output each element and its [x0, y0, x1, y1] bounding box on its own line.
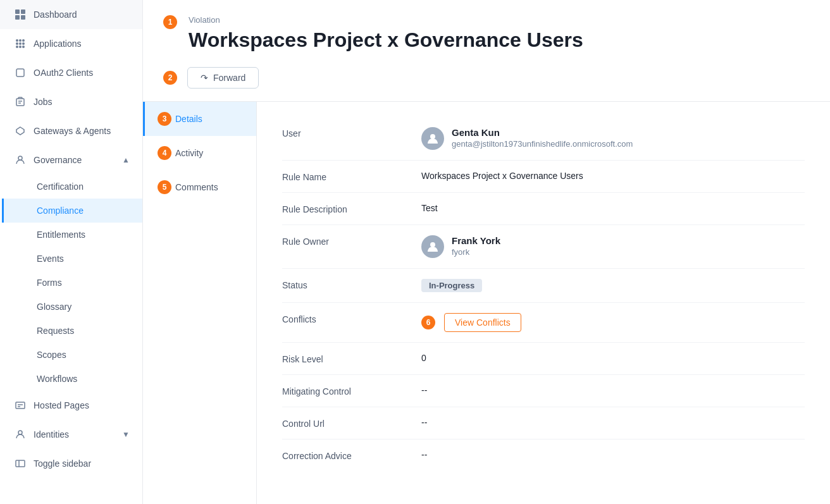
forward-button[interactable]: ↷ Forward	[187, 67, 259, 89]
sidebar-sub-requests[interactable]: Requests	[2, 319, 142, 343]
svg-point-25	[430, 242, 435, 247]
step6-badge: 6	[421, 316, 435, 329]
rule-owner-value: Frank York fyork	[421, 235, 805, 258]
events-label: Events	[37, 254, 64, 264]
tabs-sidebar: 3 Details 4 Activity 5 Comments	[143, 102, 257, 504]
entitlements-label: Entitlements	[37, 230, 85, 240]
sidebar-sub-certification[interactable]: Certification	[2, 175, 142, 199]
sidebar-item-label: Identities	[34, 429, 69, 439]
sidebar: Dashboard Applications OAuth2 Clients Jo…	[0, 0, 143, 504]
toggle-icon	[15, 458, 26, 469]
sidebar-item-label: Jobs	[34, 97, 53, 107]
svg-point-6	[22, 39, 25, 42]
sidebar-sub-forms[interactable]: Forms	[2, 271, 142, 295]
svg-point-17	[18, 156, 22, 160]
sidebar-item-hosted[interactable]: Hosted Pages	[0, 391, 142, 420]
jobs-icon	[15, 96, 26, 108]
status-row: Status In-Progress	[282, 269, 805, 303]
svg-point-9	[22, 42, 25, 45]
user-avatar	[421, 127, 444, 150]
svg-rect-2	[15, 15, 20, 20]
tab-activity[interactable]: 4 Activity	[143, 136, 256, 170]
sidebar-item-gateways[interactable]: Gateways & Agents	[0, 116, 142, 145]
step4-badge: 4	[158, 146, 171, 160]
sidebar-item-toggle[interactable]: Toggle sidebar	[0, 449, 142, 478]
rule-name-value: Workspaces Project x Governance Users	[421, 171, 805, 181]
sidebar-item-dashboard[interactable]: Dashboard	[0, 0, 142, 29]
sidebar-item-oauth2clients[interactable]: OAuth2 Clients	[0, 58, 142, 87]
sidebar-item-label: Toggle sidebar	[34, 458, 91, 469]
governance-label: Governance	[34, 155, 82, 165]
rule-name-label: Rule Name	[282, 171, 421, 182]
svg-rect-18	[16, 402, 25, 409]
svg-rect-22	[16, 460, 25, 467]
owner-info: Frank York fyork	[421, 235, 805, 258]
step2-badge: 2	[163, 71, 177, 85]
tabs-content-wrapper: 3 Details 4 Activity 5 Comments User	[143, 102, 830, 504]
rule-owner-label: Rule Owner	[282, 235, 421, 247]
user-email: genta@jstilton1973unfinishedlife.onmicro…	[452, 139, 633, 149]
conflicts-row: Conflicts 6 View Conflicts	[282, 303, 805, 343]
status-value: In-Progress	[421, 279, 805, 292]
page-title: Workspaces Project x Governance Users	[189, 28, 583, 52]
sidebar-sub-entitlements[interactable]: Entitlements	[2, 223, 142, 247]
tab-activity-label: Activity	[175, 148, 203, 158]
sidebar-sub-glossary[interactable]: Glossary	[2, 295, 142, 319]
risk-level-row: Risk Level 0	[282, 343, 805, 375]
sidebar-item-applications[interactable]: Applications	[0, 29, 142, 58]
sidebar-sub-events[interactable]: Events	[2, 247, 142, 271]
scopes-label: Scopes	[37, 350, 66, 360]
gateways-icon	[15, 125, 26, 137]
detail-content: User Genta Kun genta@jstilton1973unfinis…	[257, 102, 830, 504]
dashboard-icon	[15, 9, 26, 20]
svg-rect-14	[16, 99, 24, 106]
forward-btn-label: Forward	[213, 73, 245, 83]
forms-label: Forms	[37, 278, 62, 288]
requests-label: Requests	[37, 326, 74, 336]
sidebar-sub-scopes[interactable]: Scopes	[2, 343, 142, 367]
violation-label: Violation	[189, 15, 583, 25]
rule-owner-row: Rule Owner Frank York fyork	[282, 225, 805, 269]
user-label: User	[282, 127, 421, 138]
svg-point-21	[18, 431, 22, 434]
svg-point-12	[22, 46, 25, 48]
mitigating-row: Mitigating Control --	[282, 375, 805, 407]
svg-rect-0	[15, 9, 20, 14]
page-header: 1 Violation Workspaces Project x Governa…	[143, 0, 830, 102]
correction-label: Correction Advice	[282, 450, 421, 461]
svg-point-8	[19, 42, 22, 45]
svg-point-4	[16, 39, 18, 42]
tab-comments[interactable]: 5 Comments	[143, 170, 256, 204]
conflicts-label: Conflicts	[282, 313, 421, 324]
chevron-up-icon: ▲	[122, 156, 130, 164]
applications-icon	[15, 38, 26, 49]
svg-rect-1	[21, 9, 25, 14]
user-row: User Genta Kun genta@jstilton1973unfinis…	[282, 117, 805, 161]
sidebar-sub-workflows[interactable]: Workflows	[2, 367, 142, 391]
svg-rect-3	[21, 15, 25, 20]
main-content: 1 Violation Workspaces Project x Governa…	[143, 0, 830, 504]
control-url-row: Control Url --	[282, 407, 805, 439]
status-badge: In-Progress	[421, 279, 482, 292]
view-conflicts-label: View Conflicts	[455, 317, 511, 328]
user-info: Genta Kun genta@jstilton1973unfinishedli…	[421, 127, 805, 150]
sidebar-item-jobs[interactable]: Jobs	[0, 87, 142, 116]
view-conflicts-button[interactable]: View Conflicts	[444, 313, 521, 332]
sidebar-item-label: Hosted Pages	[34, 400, 89, 410]
compliance-label: Compliance	[37, 206, 84, 216]
owner-username: fyork	[452, 247, 500, 257]
oauth2-icon	[15, 67, 26, 78]
svg-point-7	[16, 42, 18, 45]
step3-badge: 3	[158, 112, 171, 126]
control-url-value: --	[421, 417, 805, 427]
svg-rect-13	[16, 69, 24, 77]
sidebar-item-identities[interactable]: Identities ▼	[0, 420, 142, 449]
tab-comments-label: Comments	[175, 182, 218, 192]
content-area: 1 Violation Workspaces Project x Governa…	[143, 0, 830, 504]
tab-details[interactable]: 3 Details	[143, 102, 256, 136]
sidebar-item-label: Gateways & Agents	[34, 126, 111, 136]
certification-label: Certification	[37, 181, 84, 192]
sidebar-sub-compliance[interactable]: Compliance	[2, 199, 142, 223]
sidebar-item-governance[interactable]: Governance ▲	[2, 145, 142, 175]
identities-icon	[15, 429, 26, 440]
